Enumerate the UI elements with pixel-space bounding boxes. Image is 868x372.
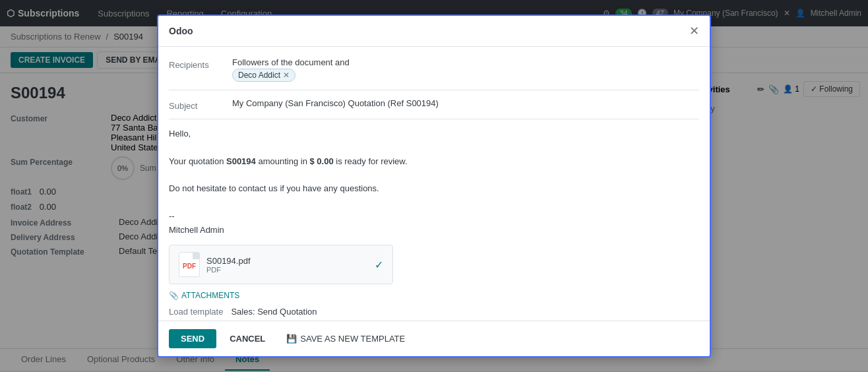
save-as-new-template-button[interactable]: 💾 SAVE AS NEW TEMPLATE xyxy=(278,329,413,348)
email-body: Hello, Your quotation S00194 amounting i… xyxy=(169,127,699,237)
pdf-icon: PDF xyxy=(179,252,200,277)
send-button[interactable]: SEND xyxy=(169,329,216,348)
cancel-button[interactable]: CANCEL xyxy=(222,329,273,348)
pill-label: Deco Addict xyxy=(238,71,280,80)
pdf-corner xyxy=(193,253,199,259)
load-template-value[interactable]: Sales: Send Quotation xyxy=(231,307,317,317)
modal-overlay: Odoo ✕ Recipients Followers of the docum… xyxy=(0,0,868,371)
modal-title: Odoo xyxy=(169,26,193,36)
attachment-info: S00194.pdf PDF xyxy=(206,256,251,274)
divider-2 xyxy=(169,119,699,119)
divider-1 xyxy=(169,90,699,90)
recipients-label: Recipients xyxy=(169,57,222,70)
modal-close-button[interactable]: ✕ xyxy=(689,24,699,38)
subject-label: Subject xyxy=(169,98,222,111)
attachment-filename: S00194.pdf xyxy=(206,256,251,266)
recipients-value: Followers of the document and Deco Addic… xyxy=(232,57,699,82)
pill-close-icon[interactable]: ✕ xyxy=(283,71,290,80)
body-line1: Your quotation S00194 amounting in $ 0.0… xyxy=(169,155,699,169)
subject-value[interactable]: My Company (San Francisco) Quotation (Re… xyxy=(232,98,699,108)
body-signature: Mitchell Admin xyxy=(169,224,699,237)
recipients-row: Recipients Followers of the document and… xyxy=(169,57,699,82)
subject-row: Subject My Company (San Francisco) Quota… xyxy=(169,98,699,111)
paperclip-small-icon: 📎 xyxy=(169,291,179,300)
attachment-type: PDF xyxy=(206,266,251,274)
attachment-box: PDF S00194.pdf PDF ✓ xyxy=(169,245,393,284)
load-template-label: Load template xyxy=(169,307,223,317)
modal-dialog: Odoo ✕ Recipients Followers of the docum… xyxy=(157,15,711,357)
pdf-label: PDF xyxy=(183,263,196,270)
modal-body: Recipients Followers of the document and… xyxy=(158,47,710,321)
save-icon: 💾 xyxy=(286,334,297,344)
attachment-check-icon: ✓ xyxy=(375,259,383,271)
attachments-link[interactable]: 📎 ATTACHMENTS xyxy=(169,291,699,300)
attachment-left: PDF S00194.pdf PDF xyxy=(179,252,251,277)
recipient-pill-deco[interactable]: Deco Addict ✕ xyxy=(232,69,295,82)
body-line2: Do not hesitate to contact us if you hav… xyxy=(169,182,699,196)
recipients-prefix-text: Followers of the document and xyxy=(232,57,699,67)
modal-footer: SEND CANCEL 💾 SAVE AS NEW TEMPLATE xyxy=(158,321,710,356)
load-template-row: Load template Sales: Send Quotation xyxy=(169,307,699,317)
body-hello: Hello, xyxy=(169,127,699,141)
modal-header: Odoo ✕ xyxy=(158,16,710,47)
body-separator: -- xyxy=(169,210,699,224)
